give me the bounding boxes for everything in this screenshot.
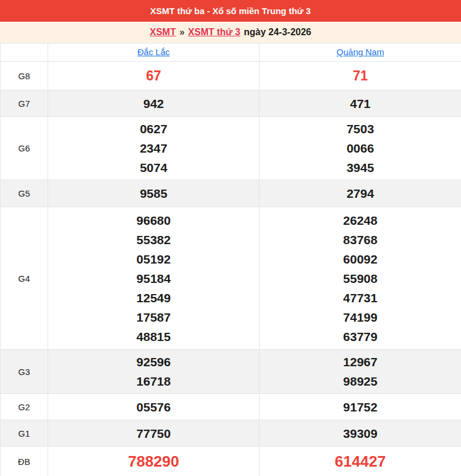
table-row-db: ĐB 788290 614427 xyxy=(1,447,461,476)
breadcrumb-link-xsmt-thu-3[interactable]: XSMT thứ 3 xyxy=(188,27,240,38)
result-number: 7503 xyxy=(260,119,461,139)
column-header-quang-nam[interactable]: Quảng Nam xyxy=(337,47,384,57)
result-number: 71 xyxy=(260,66,461,86)
result-number: 3945 xyxy=(260,158,461,177)
breadcrumb-link-xsmt[interactable]: XSMT xyxy=(150,27,176,38)
prize-label-g4: G4 xyxy=(1,207,48,350)
result-number: 96680 xyxy=(48,211,259,230)
result-number: 942 xyxy=(48,94,259,113)
result-number: 471 xyxy=(260,94,461,113)
prize-label-g2: G2 xyxy=(1,394,48,420)
result-number: 12549 xyxy=(48,288,259,308)
table-row-g5: G5 9585 2794 xyxy=(1,180,461,207)
prize-label-g3: G3 xyxy=(1,350,48,394)
table-row-g7: G7 942 471 xyxy=(1,90,461,117)
result-number: 47731 xyxy=(260,288,461,308)
result-number: 77750 xyxy=(48,424,259,443)
result-number: 92596 xyxy=(48,352,259,372)
result-number: 48815 xyxy=(48,327,259,346)
breadcrumb-separator: » xyxy=(179,27,184,38)
result-number: 98925 xyxy=(260,372,461,391)
table-row-g1: G1 77750 39309 xyxy=(1,420,461,447)
result-number: 0066 xyxy=(260,139,461,158)
table-row-g2: G2 05576 91752 xyxy=(1,394,461,420)
result-number: 17587 xyxy=(48,308,259,327)
result-number: 67 xyxy=(48,66,259,86)
breadcrumb-date: ngày 24-3-2026 xyxy=(244,27,311,38)
result-number: 16718 xyxy=(48,372,259,391)
result-number: 9585 xyxy=(48,184,259,203)
result-number: 63779 xyxy=(260,327,461,346)
result-number: 2347 xyxy=(48,139,259,158)
table-row-g4: G4 96680 55382 05192 95184 12549 17587 4… xyxy=(1,207,461,350)
header-empty-cell xyxy=(1,43,48,62)
result-number: 788290 xyxy=(48,452,259,471)
prize-label-g6: G6 xyxy=(1,117,48,180)
result-number: 60092 xyxy=(260,249,461,269)
result-number: 91752 xyxy=(260,397,461,417)
breadcrumb: XSMT » XSMT thứ 3 ngày 24-3-2026 xyxy=(0,22,461,43)
title-bar: XSMT thứ ba - Xổ số miền Trung thứ 3 xyxy=(0,0,461,22)
table-row-g3: G3 92596 16718 12967 98925 xyxy=(1,350,461,394)
page-title: XSMT thứ ba - Xổ số miền Trung thứ 3 xyxy=(150,6,311,16)
result-number: 39309 xyxy=(260,424,461,443)
prize-label-g1: G1 xyxy=(1,420,48,447)
table-row-g8: G8 67 71 xyxy=(1,62,461,90)
results-table: Đắc Lắc Quảng Nam G8 67 71 G7 942 471 G6… xyxy=(0,43,461,476)
result-number: 55382 xyxy=(48,230,259,249)
table-row-g6: G6 0627 2347 5074 7503 0066 3945 xyxy=(1,117,461,180)
result-number: 05576 xyxy=(48,397,259,417)
result-number: 614427 xyxy=(260,452,461,471)
result-number: 74199 xyxy=(260,308,461,327)
result-number: 55908 xyxy=(260,269,461,288)
result-number: 12967 xyxy=(260,352,461,372)
column-header-dac-lac[interactable]: Đắc Lắc xyxy=(137,47,170,57)
result-number: 95184 xyxy=(48,269,259,288)
result-number: 2794 xyxy=(260,184,461,203)
result-number: 0627 xyxy=(48,119,259,139)
prize-label-g7: G7 xyxy=(1,90,48,117)
prize-label-g5: G5 xyxy=(1,180,48,207)
prize-label-db: ĐB xyxy=(1,447,48,476)
lottery-results-page: XSMT thứ ba - Xổ số miền Trung thứ 3 XSM… xyxy=(0,0,461,476)
result-number: 83768 xyxy=(260,230,461,249)
prize-label-g8: G8 xyxy=(1,62,48,90)
result-number: 26248 xyxy=(260,211,461,230)
result-number: 5074 xyxy=(48,158,259,177)
table-header-row: Đắc Lắc Quảng Nam xyxy=(1,43,461,62)
result-number: 05192 xyxy=(48,249,259,269)
